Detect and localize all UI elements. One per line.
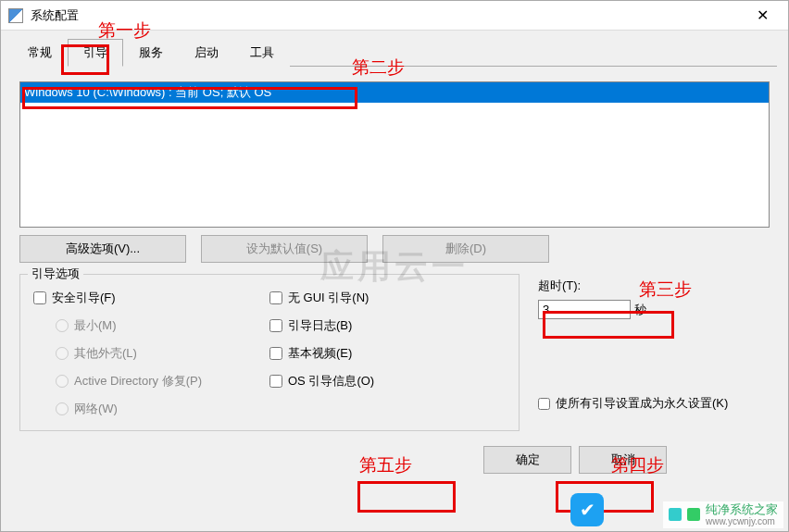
othershell-radio <box>56 347 69 360</box>
watermark-center: 应用云一 <box>320 243 469 289</box>
nogui-checkbox[interactable] <box>269 291 282 304</box>
boot-options-fieldset: 引导选项 安全引导(F) 最小(M) 其他外壳(L) <box>19 274 520 431</box>
timeout-unit: 秒 <box>634 302 646 318</box>
watermark-logo-1 <box>669 508 682 521</box>
bootlog-checkbox[interactable] <box>269 319 282 332</box>
close-button[interactable]: ✕ <box>744 3 781 29</box>
ad-repair-row: Active Directory 修复(P) <box>56 373 269 390</box>
nogui-row[interactable]: 无 GUI 引导(N) <box>269 290 506 306</box>
network-row: 网络(W) <box>56 401 269 417</box>
boot-col-left: 安全引导(F) 最小(M) 其他外壳(L) Active Direct <box>33 284 269 417</box>
tab-boot[interactable]: 引导 <box>68 39 123 67</box>
osinfo-checkbox[interactable] <box>269 375 282 388</box>
ad-repair-label: Active Directory 修复(P) <box>74 373 202 390</box>
bootlog-row[interactable]: 引导日志(B) <box>269 317 506 334</box>
tab-general[interactable]: 常规 <box>12 39 68 67</box>
network-label: 网络(W) <box>74 401 118 417</box>
minimal-label: 最小(M) <box>74 317 117 334</box>
watermark-url: www.ycwnjy.com <box>706 516 778 526</box>
timeout-legend: 超时(T): <box>538 278 770 294</box>
ok-button[interactable]: 确定 <box>483 446 571 474</box>
nogui-label: 无 GUI 引导(N) <box>288 290 369 306</box>
minimal-radio <box>56 319 69 332</box>
safe-boot-row[interactable]: 安全引导(F) <box>33 290 269 306</box>
footer-buttons: 确定 取消 应用 <box>19 446 770 474</box>
permanent-label: 使所有引导设置成为永久设置(K) <box>556 395 728 412</box>
os-item-selected[interactable]: Windows 10 (C:\Windows) : 当前 OS; 默认 OS <box>20 82 769 103</box>
safe-boot-label: 安全引导(F) <box>52 290 116 306</box>
bootlog-label: 引导日志(B) <box>288 317 352 334</box>
timeout-group: 超时(T): 秒 <box>538 278 770 319</box>
boot-options-legend: 引导选项 <box>28 266 83 282</box>
tab-startup[interactable]: 启动 <box>179 39 234 67</box>
watermark-text: 纯净系统之家 <box>706 503 778 516</box>
safe-boot-checkbox[interactable] <box>33 291 46 304</box>
window-title: 系统配置 <box>31 7 744 24</box>
watermark-logo-2 <box>687 508 700 521</box>
timeout-input-row: 秒 <box>538 300 770 319</box>
main-row: 引导选项 安全引导(F) 最小(M) 其他外壳(L) <box>19 274 770 431</box>
watermark-bird-icon: ✔ <box>570 493 604 526</box>
basevideo-row[interactable]: 基本视频(E) <box>269 345 506 362</box>
tab-strip: 常规 引导 服务 启动 工具 <box>12 38 777 67</box>
timeout-input[interactable] <box>538 300 631 319</box>
tab-tools[interactable]: 工具 <box>234 39 290 67</box>
tab-services[interactable]: 服务 <box>123 39 179 67</box>
app-icon <box>8 8 23 23</box>
titlebar: 系统配置 ✕ <box>1 1 788 31</box>
permanent-row[interactable]: 使所有引导设置成为永久设置(K) <box>538 395 770 412</box>
boot-col-right: 无 GUI 引导(N) 引导日志(B) 基本视频(E) OS 引导信息 <box>269 284 506 417</box>
advanced-options-button[interactable]: 高级选项(V)... <box>19 235 186 263</box>
os-list[interactable]: Windows 10 (C:\Windows) : 当前 OS; 默认 OS <box>19 81 770 228</box>
right-col: 超时(T): 秒 使所有引导设置成为永久设置(K) <box>538 274 770 431</box>
watermark-bottom-right: 纯净系统之家 www.ycwnjy.com <box>663 501 783 528</box>
permanent-checkbox[interactable] <box>538 398 550 410</box>
network-radio <box>56 402 69 415</box>
minimal-row: 最小(M) <box>56 317 269 334</box>
osinfo-row[interactable]: OS 引导信息(O) <box>269 373 506 390</box>
basevideo-label: 基本视频(E) <box>288 345 352 362</box>
cancel-button[interactable]: 取消 <box>579 446 667 474</box>
ad-repair-radio <box>56 375 69 388</box>
othershell-label: 其他外壳(L) <box>74 345 137 362</box>
othershell-row: 其他外壳(L) <box>56 345 269 362</box>
basevideo-checkbox[interactable] <box>269 347 282 360</box>
osinfo-label: OS 引导信息(O) <box>288 373 374 390</box>
